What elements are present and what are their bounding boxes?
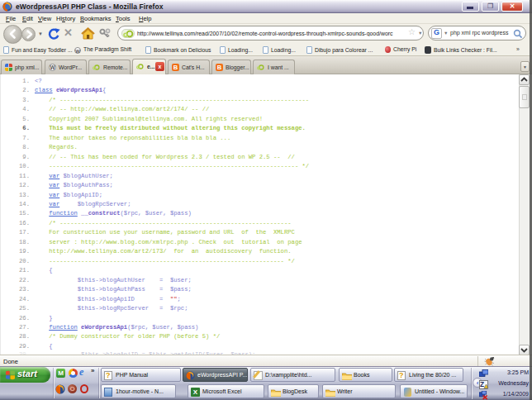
svg-text:Z: Z [480,381,484,388]
